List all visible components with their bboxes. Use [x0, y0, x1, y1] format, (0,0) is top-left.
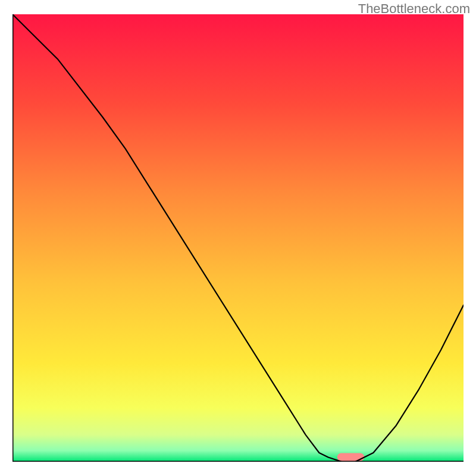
gradient-background	[12, 14, 464, 462]
chart-svg	[12, 14, 464, 462]
chart-container: TheBottleneck.com	[0, 0, 476, 476]
plot-area	[12, 14, 464, 462]
watermark-text: TheBottleneck.com	[358, 1, 470, 17]
